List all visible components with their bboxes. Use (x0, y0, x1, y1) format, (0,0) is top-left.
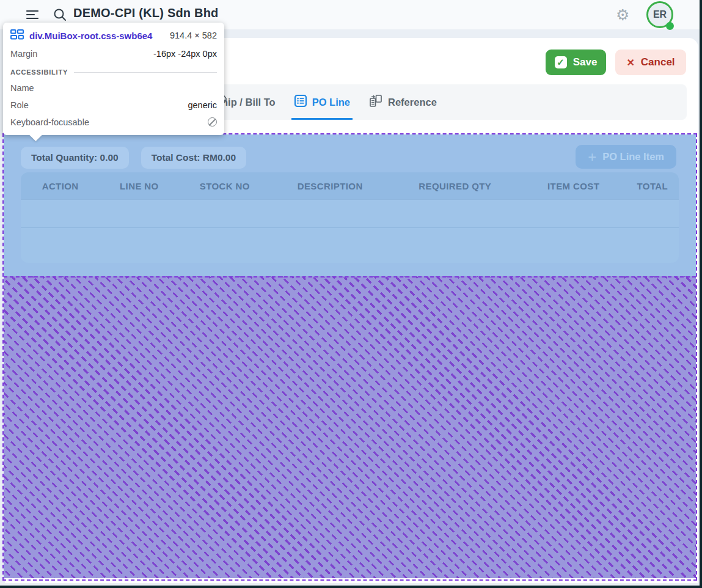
header-cell-description: DESCRIPTION (271, 181, 389, 191)
window-edge-bottom (0, 586, 702, 588)
close-icon: ✕ (626, 57, 634, 68)
menu-icon[interactable] (26, 8, 39, 21)
add-po-line-item-button[interactable]: + PO Line Item (576, 145, 676, 169)
company-title: DEMO-CPI (KL) Sdn Bhd (73, 6, 219, 20)
save-button[interactable]: ✓ Save (546, 50, 606, 75)
role-label: Role (10, 100, 29, 110)
margin-value: -16px -24px 0px (153, 49, 217, 59)
element-badge-icon (10, 29, 24, 42)
table-row (21, 227, 679, 263)
settings-gear-icon[interactable]: ⚙ (616, 5, 629, 24)
total-quantity-chip: Total Quantity: 0.00 (21, 147, 129, 169)
po-line-table: ACTION LINE NO STOCK NO DESCRIPTION REQU… (21, 172, 679, 263)
reference-docs-icon (368, 94, 383, 110)
content-highlight: Total Quantity: 0.00 Total Cost: RM0.00 … (4, 134, 696, 276)
header-cell-action: ACTION (21, 181, 100, 191)
tab-po-line[interactable]: PO Line (294, 84, 350, 120)
a11y-name-row: Name (10, 83, 217, 93)
header-cell-stock-no: STOCK NO (178, 181, 271, 191)
keyboard-focusable-label: Keyboard-focusable (10, 117, 89, 127)
element-dimensions: 914.4 × 582 (170, 31, 217, 40)
header-cell-item-cost: ITEM COST (521, 181, 626, 191)
margin-row: Margin -16px -24px 0px (10, 49, 217, 59)
header-cell-total: TOTAL (626, 181, 679, 191)
role-value: generic (188, 100, 217, 110)
tab-reference[interactable]: Reference (368, 84, 437, 120)
devtools-tooltip: div.MuiBox-root.css-swb6e4 914.4 × 582 M… (3, 23, 224, 135)
element-selector: div.MuiBox-root.css-swb6e4 (29, 31, 152, 41)
check-icon: ✓ (555, 56, 567, 68)
margin-highlight-hatched (4, 276, 696, 578)
divider (74, 72, 217, 73)
add-po-line-item-label: PO Line Item (602, 151, 664, 163)
a11y-role-row: Role generic (10, 100, 217, 110)
prohibited-icon (208, 117, 217, 127)
save-button-label: Save (573, 56, 598, 68)
inspect-overlay: Total Quantity: 0.00 Total Cost: RM0.00 … (2, 133, 697, 581)
header-cell-line-no: LINE NO (100, 181, 178, 191)
table-row (21, 199, 679, 227)
plus-icon: + (588, 149, 596, 166)
po-line-list-icon (294, 94, 307, 110)
header-cell-required-qty: REQUIRED QTY (389, 181, 521, 191)
table-header-row: ACTION LINE NO STOCK NO DESCRIPTION REQU… (21, 172, 679, 199)
totals-row: Total Quantity: 0.00 Total Cost: RM0.00 (21, 147, 246, 169)
cancel-button[interactable]: ✕ Cancel (615, 50, 686, 75)
avatar-initials: ER (653, 9, 667, 20)
tab-reference-label: Reference (388, 97, 437, 108)
tab-po-line-label: PO Line (312, 97, 350, 108)
cancel-button-label: Cancel (641, 56, 675, 68)
margin-label: Margin (10, 49, 37, 59)
a11y-keyboard-row: Keyboard-focusable (10, 117, 217, 127)
search-icon[interactable] (53, 7, 67, 22)
name-label: Name (10, 83, 34, 93)
total-cost-chip: Total Cost: RM0.00 (141, 147, 246, 169)
accessibility-section-header: ACCESSIBILITY (10, 68, 217, 76)
window-edge-right (700, 0, 702, 588)
accessibility-label: ACCESSIBILITY (10, 68, 68, 76)
online-status-dot (666, 22, 674, 30)
